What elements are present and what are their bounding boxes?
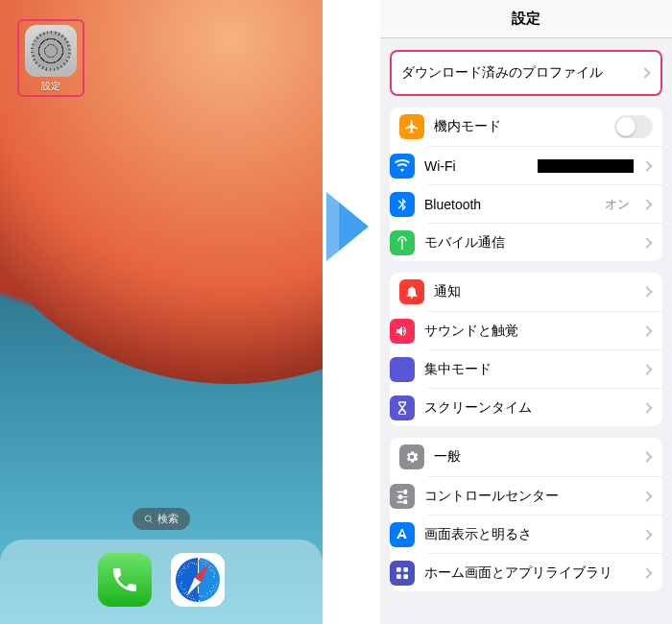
cellular-label: モバイル通信	[424, 234, 634, 252]
chevron-right-icon	[641, 286, 652, 297]
bell-icon	[399, 279, 424, 304]
hourglass-icon	[390, 396, 415, 420]
display-label: 画面表示と明るさ	[424, 526, 634, 543]
flow-arrow-icon	[326, 192, 369, 261]
svg-rect-5	[403, 574, 408, 579]
speaker-icon	[390, 319, 415, 344]
chevron-right-icon	[641, 451, 652, 462]
cellular-row[interactable]: モバイル通信	[428, 223, 662, 261]
chevron-right-icon	[641, 325, 652, 336]
chevron-right-icon	[641, 364, 652, 374]
bluetooth-value: オン	[605, 196, 634, 213]
phone-app-icon[interactable]	[98, 553, 152, 607]
general-label: 一般	[434, 448, 634, 466]
screentime-label: スクリーンタイム	[424, 399, 634, 417]
wifi-value	[538, 159, 634, 173]
text-size-icon	[390, 522, 415, 547]
svg-line-1	[150, 520, 153, 523]
search-icon	[144, 515, 154, 524]
home-dock	[0, 540, 323, 624]
gear-icon	[399, 444, 424, 469]
spotlight-search-pill[interactable]: 検索	[132, 508, 190, 530]
gear-icon	[31, 31, 71, 71]
airplane-toggle[interactable]	[614, 115, 653, 138]
control-center-row[interactable]: コントロールセンター	[428, 476, 662, 515]
connectivity-group: 機内モード Wi-Fi Bluetooth オン モバイル通信	[390, 108, 662, 261]
wifi-icon	[390, 154, 415, 179]
general-row[interactable]: 一般	[390, 438, 662, 476]
chevron-right-icon	[641, 491, 652, 501]
screentime-row[interactable]: スクリーンタイム	[428, 388, 662, 426]
moon-icon	[390, 357, 415, 382]
notifications-row[interactable]: 通知	[390, 273, 662, 311]
bluetooth-icon	[390, 192, 415, 217]
bluetooth-label: Bluetooth	[424, 197, 595, 212]
chevron-right-icon	[641, 237, 652, 248]
svg-rect-4	[396, 574, 401, 579]
spotlight-search-label: 検索	[157, 512, 179, 526]
focus-label: 集中モード	[424, 361, 634, 378]
iphone-home-screen: 設定 検索	[0, 0, 323, 624]
safari-app-icon[interactable]	[171, 553, 225, 607]
wifi-row[interactable]: Wi-Fi	[428, 146, 662, 184]
svg-rect-3	[403, 567, 408, 572]
svg-point-0	[145, 516, 151, 521]
downloaded-profile-label: ダウンロード済みのプロファイル	[401, 64, 632, 82]
display-row[interactable]: 画面表示と明るさ	[428, 515, 662, 553]
iphone-settings-screen: 設定 ダウンロード済みのプロファイル 機内モード Wi-Fi Bl	[380, 0, 672, 624]
settings-app-icon	[25, 25, 77, 77]
bluetooth-row[interactable]: Bluetooth オン	[428, 184, 662, 223]
chevron-right-icon	[641, 160, 652, 171]
antenna-icon	[390, 230, 415, 255]
home-screen-label: ホーム画面とアプリライブラリ	[424, 564, 634, 582]
wifi-label: Wi-Fi	[424, 158, 528, 174]
sounds-label: サウンドと触覚	[424, 323, 634, 340]
airplane-label: 機内モード	[434, 118, 605, 135]
settings-app-label: 設定	[19, 80, 83, 93]
downloaded-profile-row[interactable]: ダウンロード済みのプロファイル	[392, 52, 660, 94]
apps-grid-icon	[390, 561, 415, 586]
settings-app-tile[interactable]: 設定	[17, 19, 84, 97]
chevron-right-icon	[641, 199, 652, 209]
focus-row[interactable]: 集中モード	[428, 349, 662, 388]
airplane-icon	[399, 114, 424, 139]
chevron-right-icon	[641, 529, 652, 540]
alerts-group: 通知 サウンドと触覚 集中モード スクリーンタイム	[390, 273, 662, 426]
system-group: 一般 コントロールセンター 画面表示と明るさ ホーム画面とアプリライブラリ	[390, 438, 662, 591]
control-center-label: コントロールセンター	[424, 488, 634, 505]
notifications-label: 通知	[434, 283, 634, 300]
chevron-right-icon	[641, 402, 652, 413]
sliders-icon	[390, 484, 415, 509]
settings-title: 設定	[380, 0, 672, 38]
chevron-right-icon	[639, 67, 650, 78]
svg-rect-2	[396, 567, 401, 572]
downloaded-profile-group: ダウンロード済みのプロファイル	[390, 50, 662, 96]
home-screen-row[interactable]: ホーム画面とアプリライブラリ	[428, 553, 662, 591]
sounds-row[interactable]: サウンドと触覚	[428, 311, 662, 349]
chevron-right-icon	[641, 567, 652, 578]
airplane-mode-row[interactable]: 機内モード	[390, 108, 662, 146]
